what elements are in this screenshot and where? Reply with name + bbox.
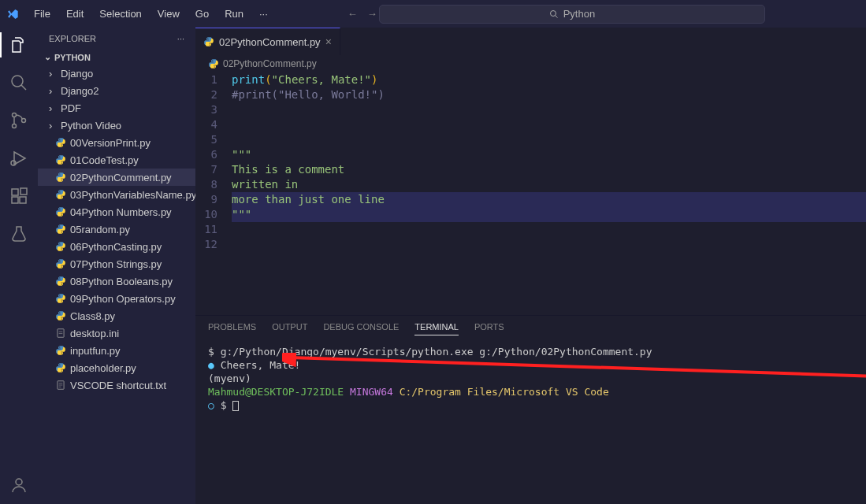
file-item[interactable]: placeholder.py (38, 359, 195, 376)
tree-item-label: 05random.py (70, 224, 130, 235)
svg-point-6 (22, 119, 26, 123)
menu-selection[interactable]: Selection (92, 5, 148, 23)
svg-rect-9 (12, 197, 18, 203)
breadcrumb[interactable]: 02PythonComment.py (195, 55, 866, 72)
file-item[interactable]: 03PythonVariablesName.py (38, 186, 195, 203)
python-file-icon (55, 189, 66, 200)
editor-tab[interactable]: 02PythonComment.py × (195, 28, 340, 55)
terminal[interactable]: $ g:/Python/Django/myenv/Scripts/python.… (195, 342, 866, 504)
file-item[interactable]: 02PythonComment.py (38, 169, 195, 186)
terminal-command: $ g:/Python/Django/myenv/Scripts/python.… (208, 345, 853, 358)
svg-line-3 (21, 85, 26, 90)
folder-item[interactable]: ›PDF (38, 99, 195, 117)
tree-item-label: 09Python Operators.py (70, 293, 176, 305)
python-file-icon (55, 154, 66, 165)
title-bar: File Edit Selection View Go Run ··· ← → … (0, 0, 866, 28)
panel-tab-ports[interactable]: PORTS (474, 322, 504, 335)
terminal-cursor (232, 401, 239, 411)
breadcrumb-label: 02PythonComment.py (223, 58, 317, 69)
line-number: 6 (195, 147, 217, 162)
terminal-output: Cheers, Mate! (221, 359, 301, 371)
python-file-icon (55, 206, 66, 217)
svg-point-12 (16, 479, 22, 485)
activity-search-icon[interactable] (9, 73, 28, 92)
activity-bar (0, 28, 38, 504)
bottom-panel: PROBLEMSOUTPUTDEBUG CONSOLETERMINALPORTS… (195, 315, 866, 504)
menu-edit[interactable]: Edit (59, 5, 91, 23)
python-file-icon (55, 310, 66, 321)
chevron-right-icon: › (49, 68, 57, 80)
sidebar-explorer: EXPLORER ··· ⌄ PYTHON ›Django›Django2›PD… (38, 28, 195, 504)
file-item[interactable]: Class8.py (38, 307, 195, 324)
folder-root[interactable]: ⌄ PYTHON (38, 50, 195, 65)
file-item[interactable]: 06PythonCasting.py (38, 238, 195, 255)
file-item[interactable]: 08Python Booleans.py (38, 272, 195, 290)
python-file-icon (55, 241, 66, 252)
activity-extensions-icon[interactable] (9, 187, 28, 206)
code-editor[interactable]: 123456789101112 print("Cheers, Mate!") #… (195, 72, 866, 315)
menu-view[interactable]: View (151, 5, 187, 23)
line-number: 8 (195, 177, 217, 192)
tree-item-label: 02PythonComment.py (70, 172, 172, 183)
nav-forward-icon[interactable]: → (367, 8, 377, 20)
command-center-search[interactable]: Python (379, 5, 765, 24)
line-number: 9 (195, 192, 217, 207)
search-placeholder-text: Python (563, 8, 595, 20)
activity-explorer-icon[interactable] (9, 35, 28, 54)
python-file-icon (203, 36, 214, 47)
file-item[interactable]: 07Python Strings.py (38, 255, 195, 272)
activity-account-icon[interactable] (9, 476, 28, 495)
line-number: 1 (195, 72, 217, 87)
folder-item[interactable]: ›Django (38, 65, 195, 82)
file-item[interactable]: desktop.ini (38, 324, 195, 342)
folder-item[interactable]: ›Django2 (38, 82, 195, 99)
code-content[interactable]: print("Cheers, Mate!") #print("Hello, Wo… (232, 72, 866, 315)
panel-tab-terminal[interactable]: TERMINAL (414, 322, 459, 335)
tree-item-label: PDF (61, 102, 81, 114)
svg-rect-13 (58, 329, 64, 338)
activity-testing-icon[interactable] (9, 224, 28, 243)
terminal-path: C:/Program Files/Microsoft VS Code (400, 386, 609, 398)
tree-item-label: Class8.py (70, 310, 115, 322)
file-item[interactable]: inputfun.py (38, 342, 195, 359)
close-icon[interactable]: × (325, 35, 332, 48)
menu-more-icon[interactable]: ··· (252, 5, 275, 23)
tree-item-label: Django (61, 68, 93, 80)
file-item[interactable]: 01CodeTest.py (38, 151, 195, 169)
file-item[interactable]: VSCODE shortcut.txt (38, 376, 195, 394)
editor-tab-label: 02PythonComment.py (219, 36, 321, 48)
folder-root-label: PYTHON (54, 53, 91, 62)
terminal-user: Mahmud@DESKTOP-J72IDLE (208, 386, 344, 398)
panel-tab-output[interactable]: OUTPUT (272, 322, 307, 335)
text-file-icon (55, 380, 66, 391)
terminal-prompt: $ (221, 399, 233, 411)
folder-item[interactable]: ›Python Video (38, 117, 195, 134)
menu-run[interactable]: Run (217, 5, 251, 23)
tree-item-label: 07Python Strings.py (70, 258, 162, 270)
editor-tabs: 02PythonComment.py × (195, 28, 866, 55)
nav-back-icon[interactable]: ← (348, 8, 358, 20)
panel-tab-problems[interactable]: PROBLEMS (208, 322, 256, 335)
tree-item-label: inputfun.py (70, 345, 121, 357)
tree-item-label: 08Python Booleans.py (70, 276, 173, 287)
line-number: 3 (195, 102, 217, 117)
file-item[interactable]: 04Python Numbers.py (38, 203, 195, 220)
activity-run-debug-icon[interactable] (9, 149, 28, 168)
activity-source-control-icon[interactable] (9, 111, 28, 130)
editor-area: 02PythonComment.py × 02PythonComment.py … (195, 28, 866, 504)
file-item[interactable]: 09Python Operators.py (38, 290, 195, 307)
file-item[interactable]: 00VersionPrint.py (38, 134, 195, 151)
ini-file-icon (55, 328, 66, 339)
vscode-logo-icon (6, 8, 19, 20)
chevron-right-icon: › (49, 85, 57, 97)
tree-item-label: placeholder.py (70, 362, 136, 374)
menu-go[interactable]: Go (188, 5, 216, 23)
panel-tab-debug-console[interactable]: DEBUG CONSOLE (323, 322, 399, 335)
tree-item-label: 03PythonVariablesName.py (70, 189, 195, 201)
search-icon (549, 9, 559, 19)
python-file-icon (55, 276, 66, 287)
menu-file[interactable]: File (27, 5, 58, 23)
file-item[interactable]: 05random.py (38, 220, 195, 238)
sidebar-more-icon[interactable]: ··· (177, 34, 184, 43)
python-file-icon (55, 224, 66, 235)
